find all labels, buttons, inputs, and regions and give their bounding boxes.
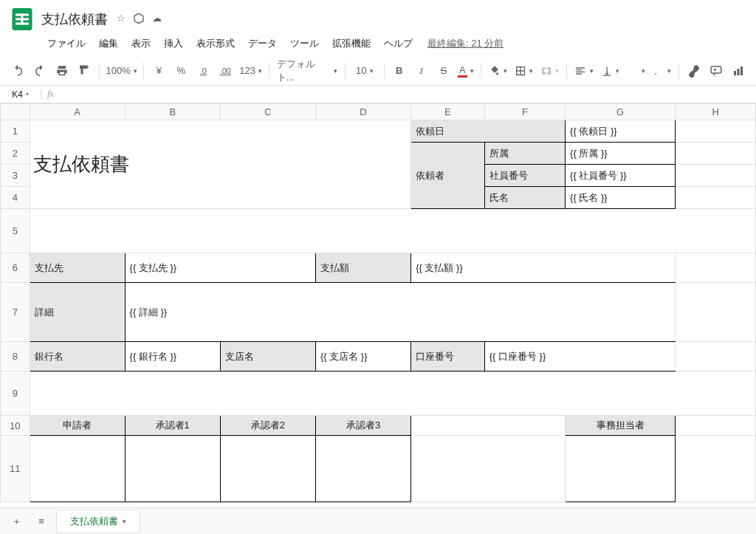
cloud-icon[interactable]: ☁ — [152, 13, 162, 27]
decrease-decimal-button[interactable]: .0 — [193, 61, 213, 81]
requester-label[interactable]: 依頼者 — [411, 166, 484, 185]
col-header-d[interactable]: D — [315, 104, 410, 120]
comment-button[interactable] — [706, 61, 726, 81]
col-header-c[interactable]: C — [220, 104, 315, 120]
branch-value[interactable]: {{ 支店名 }} — [316, 347, 410, 366]
fill-color-button[interactable] — [486, 61, 510, 81]
number-format-dropdown[interactable]: 123 — [237, 61, 264, 81]
v-align-button[interactable] — [598, 61, 622, 81]
menu-file[interactable]: ファイル — [41, 34, 92, 53]
redo-button[interactable] — [30, 61, 50, 81]
cell[interactable] — [676, 265, 755, 271]
approver1-stamp[interactable] — [126, 466, 220, 472]
rotate-button[interactable] — [650, 61, 674, 81]
row-header-11[interactable]: 11 — [1, 436, 30, 502]
detail-value[interactable]: {{ 詳細 }} — [126, 303, 676, 322]
affiliation-value[interactable]: {{ 所属 }} — [566, 144, 675, 163]
last-edit-link[interactable]: 最終編集: 21 分前 — [420, 37, 504, 50]
amount-label[interactable]: 支払額 — [316, 259, 410, 278]
document-title[interactable]: 支払依頼書 — [41, 10, 108, 28]
name-label[interactable]: 氏名 — [485, 188, 565, 208]
affiliation-label[interactable]: 所属 — [485, 144, 565, 163]
bank-label[interactable]: 銀行名 — [30, 347, 125, 366]
menu-extensions[interactable]: 拡張機能 — [326, 34, 377, 53]
row-header-8[interactable]: 8 — [1, 342, 30, 372]
account-value[interactable]: {{ 口座番号 }} — [485, 347, 676, 366]
payee-value[interactable]: {{ 支払先 }} — [126, 259, 315, 278]
row-header-3[interactable]: 3 — [1, 165, 30, 187]
req-date-value[interactable]: {{ 依頼日 }} — [566, 122, 675, 141]
cell[interactable] — [411, 422, 565, 428]
cell[interactable] — [411, 466, 565, 472]
star-icon[interactable]: ☆ — [117, 13, 126, 27]
col-header-b[interactable]: B — [125, 104, 220, 120]
wrap-button[interactable] — [624, 61, 648, 81]
form-title[interactable]: 支払依頼書 — [30, 148, 411, 180]
increase-decimal-button[interactable]: .00 — [215, 61, 236, 81]
row-header-9[interactable]: 9 — [1, 372, 30, 416]
col-header-a[interactable]: A — [30, 104, 125, 120]
approver3-stamp[interactable] — [316, 466, 410, 472]
col-header-h[interactable]: H — [676, 104, 756, 120]
name-value[interactable]: {{ 氏名 }} — [566, 188, 675, 208]
font-size-dropdown[interactable]: 10 — [350, 61, 379, 81]
row-header-5[interactable]: 5 — [1, 209, 30, 253]
amount-value[interactable]: {{ 支払額 }} — [411, 259, 675, 278]
cell[interactable] — [676, 129, 755, 134]
menu-data[interactable]: データ — [242, 34, 283, 53]
name-box[interactable]: K4 — [0, 89, 41, 100]
approver2-stamp[interactable] — [221, 466, 315, 472]
approver2-label[interactable]: 承認者2 — [221, 416, 315, 435]
zoom-dropdown[interactable]: 100% — [104, 61, 139, 81]
link-button[interactable] — [684, 61, 704, 81]
row-header-4[interactable]: 4 — [1, 187, 30, 209]
percent-button[interactable]: % — [171, 61, 191, 81]
row-header-6[interactable]: 6 — [1, 253, 30, 283]
cell[interactable] — [676, 309, 755, 315]
col-header-f[interactable]: F — [484, 104, 565, 120]
all-sheets-button[interactable]: ≡ — [31, 511, 52, 532]
menu-help[interactable]: ヘルプ — [378, 34, 419, 53]
merge-button[interactable] — [537, 61, 562, 81]
print-button[interactable] — [52, 61, 72, 81]
employee-no-value[interactable]: {{ 社員番号 }} — [566, 166, 675, 185]
currency-button[interactable]: ¥ — [148, 61, 169, 81]
cell[interactable] — [676, 354, 755, 360]
detail-label[interactable]: 詳細 — [30, 303, 125, 322]
row-header-1[interactable]: 1 — [1, 120, 30, 143]
cell[interactable] — [676, 173, 755, 179]
menu-insert[interactable]: 挿入 — [158, 34, 189, 53]
undo-button[interactable] — [7, 61, 28, 81]
cell[interactable] — [676, 151, 755, 157]
account-label[interactable]: 口座番号 — [411, 347, 484, 366]
row-header-2[interactable]: 2 — [1, 143, 30, 165]
menu-format[interactable]: 表示形式 — [190, 34, 241, 53]
sheet-tab[interactable]: 支払依頼書 — [56, 510, 140, 533]
clerk-label[interactable]: 事務担当者 — [566, 416, 675, 435]
applicant-stamp[interactable] — [30, 466, 125, 472]
menu-view[interactable]: 表示 — [126, 34, 157, 53]
applicant-label[interactable]: 申請者 — [30, 416, 125, 435]
add-sheet-button[interactable]: ＋ — [6, 511, 27, 532]
branch-label[interactable]: 支店名 — [221, 347, 315, 366]
chart-button[interactable] — [728, 61, 749, 81]
col-header-e[interactable]: E — [411, 104, 485, 120]
sheets-logo[interactable] — [9, 6, 35, 32]
approver1-label[interactable]: 承認者1 — [126, 416, 220, 435]
menu-edit[interactable]: 編集 — [93, 34, 124, 53]
col-header-g[interactable]: G — [566, 104, 676, 120]
italic-button[interactable]: I — [411, 61, 432, 81]
bank-value[interactable]: {{ 銀行名 }} — [126, 347, 220, 366]
payee-label[interactable]: 支払先 — [30, 259, 125, 278]
h-align-button[interactable] — [571, 61, 596, 81]
cell[interactable] — [676, 422, 755, 428]
menu-tools[interactable]: ツール — [284, 34, 325, 53]
cell[interactable] — [30, 228, 755, 234]
employee-no-label[interactable]: 社員番号 — [485, 166, 565, 185]
borders-button[interactable] — [512, 61, 536, 81]
cell[interactable] — [30, 391, 755, 397]
approver3-label[interactable]: 承認者3 — [316, 416, 410, 435]
req-date-label[interactable]: 依頼日 — [411, 122, 565, 141]
strike-button[interactable]: S — [433, 61, 454, 81]
cell[interactable] — [676, 195, 755, 201]
